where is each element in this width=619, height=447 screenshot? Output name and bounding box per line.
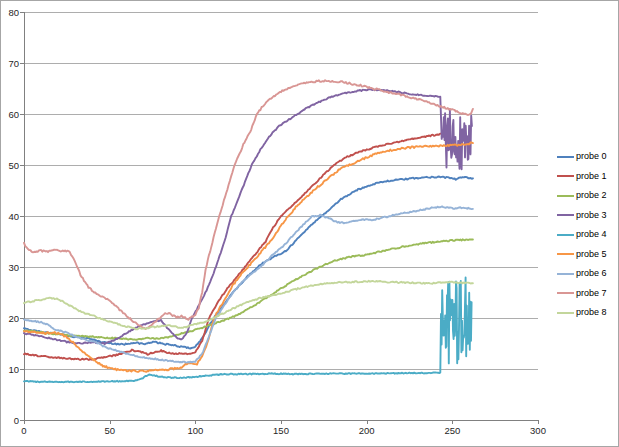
y-tick-label: 20 <box>8 313 19 324</box>
y-tick-label: 60 <box>8 109 19 120</box>
legend-item-probe-7[interactable]: probe 7 <box>557 284 607 304</box>
legend-item-probe-2[interactable]: probe 2 <box>557 186 607 206</box>
legend-item-probe-3[interactable]: probe 3 <box>557 206 607 226</box>
legend-label: probe 3 <box>576 211 607 220</box>
legend-label: probe 2 <box>576 191 607 200</box>
y-tick-label: 30 <box>8 262 19 273</box>
x-tick-label: 150 <box>273 425 289 436</box>
legend-item-probe-8[interactable]: probe 8 <box>557 303 607 323</box>
legend-item-probe-6[interactable]: probe 6 <box>557 264 607 284</box>
x-tick-label: 0 <box>21 425 26 436</box>
legend-label: probe 5 <box>576 250 607 259</box>
legend-label: probe 6 <box>576 269 607 278</box>
legend-item-probe-4[interactable]: probe 4 <box>557 225 607 245</box>
line-chart-canvas: 01020304050607080050100150200250300 <box>1 1 619 447</box>
series-line-probe-4 <box>24 278 472 383</box>
legend-label: probe 8 <box>576 308 607 317</box>
x-tick-label: 100 <box>187 425 203 436</box>
legend-swatch <box>557 253 574 255</box>
x-tick-label: 250 <box>444 425 460 436</box>
legend-label: probe 7 <box>576 289 607 298</box>
y-tick-label: 10 <box>8 364 19 375</box>
legend-swatch <box>557 156 574 158</box>
y-tick-label: 80 <box>8 7 19 18</box>
y-tick-label: 50 <box>8 160 19 171</box>
x-tick-label: 300 <box>530 425 546 436</box>
legend-swatch <box>557 195 574 197</box>
legend-swatch <box>557 175 574 177</box>
legend-swatch <box>557 292 574 294</box>
chart-legend: probe 0probe 1probe 2probe 3probe 4probe… <box>557 147 607 323</box>
legend-swatch <box>557 234 574 236</box>
legend-label: probe 4 <box>576 230 607 239</box>
series-line-probe-7 <box>24 80 473 329</box>
x-tick-label: 200 <box>359 425 375 436</box>
legend-item-probe-0[interactable]: probe 0 <box>557 147 607 167</box>
x-tick-label: 50 <box>104 425 115 436</box>
y-tick-label: 40 <box>8 211 19 222</box>
y-tick-label: 0 <box>14 415 19 426</box>
legend-swatch <box>557 273 574 275</box>
legend-label: probe 1 <box>576 172 607 181</box>
chart-window: 01020304050607080050100150200250300 prob… <box>0 0 619 447</box>
legend-swatch <box>557 312 574 314</box>
legend-item-probe-5[interactable]: probe 5 <box>557 245 607 265</box>
legend-item-probe-1[interactable]: probe 1 <box>557 167 607 187</box>
legend-label: probe 0 <box>576 152 607 161</box>
legend-swatch <box>557 214 574 216</box>
y-tick-label: 70 <box>8 58 19 69</box>
